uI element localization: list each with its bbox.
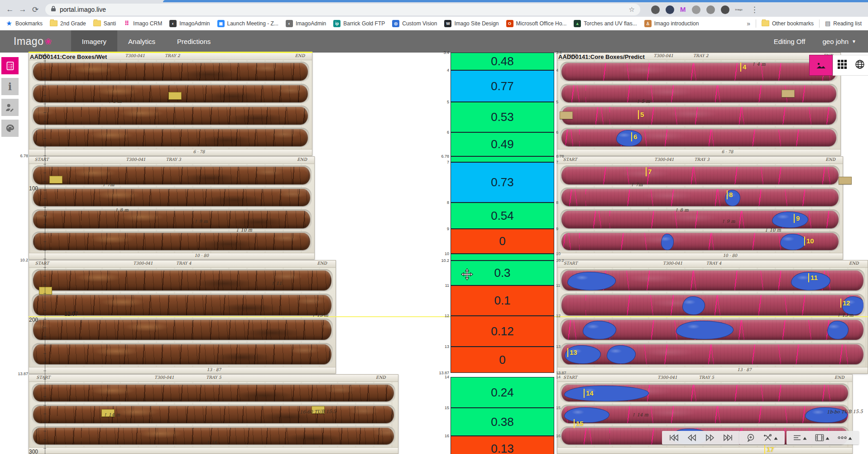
bookmark-star-icon[interactable]: ☆	[629, 5, 635, 14]
prediction-value-cell[interactable]: 0.48	[451, 53, 554, 70]
address-bar[interactable]: portal.imago.live ☆	[45, 4, 640, 15]
extension-cast-icon[interactable]	[651, 5, 660, 14]
prediction-value-cell[interactable]: 0.77	[451, 70, 554, 102]
prediction-value-cell[interactable]: 0	[451, 229, 554, 254]
tray-number-label: TRAY 3	[166, 157, 181, 162]
ff-icon	[705, 434, 715, 441]
nav-tab-imagery[interactable]: Imagery	[71, 30, 117, 53]
bookmark-item[interactable]: WImago Site Design	[444, 20, 499, 27]
bookmark-item[interactable]: OMicrosoft Office Ho...	[506, 20, 567, 27]
prediction-value-cell[interactable]: 0.53	[451, 102, 554, 132]
skipend-button[interactable]	[719, 431, 737, 444]
back-button[interactable]: ←	[4, 5, 16, 14]
left-core-tray[interactable]: STARTT300-041TRAY 3END10 · 80	[29, 156, 315, 260]
user-menu[interactable]: geo john ▼	[823, 38, 856, 45]
other-bookmarks-button[interactable]: Other bookmarks	[762, 20, 814, 27]
bookmark-label: Imago CRM	[133, 20, 162, 27]
rew-button[interactable]	[683, 431, 701, 444]
left-core-tray[interactable]: STARTT300-041TRAY 2END6 · 78	[29, 53, 312, 156]
imago-logo[interactable]: Imago ❀	[14, 35, 52, 48]
extension-lock-icon[interactable]	[666, 5, 674, 14]
extension-balloon-icon[interactable]	[692, 5, 700, 14]
prediction-value-cell[interactable]: 0.1	[451, 285, 554, 316]
prediction-overlay-patch	[780, 234, 806, 250]
column-depth-label-right: 10.2	[556, 258, 564, 263]
tray-depth-note: 10 · 80	[194, 253, 209, 258]
image-view-button[interactable]	[809, 55, 833, 76]
bookmark-label: Bookmarks	[15, 20, 43, 27]
tray-number-label: TRAY 2	[693, 53, 708, 58]
bookmark-item[interactable]: ◐ImagoAdmin	[286, 20, 326, 27]
skipstart-button[interactable]	[665, 431, 683, 444]
nav-tab-analytics[interactable]: Analytics	[117, 30, 166, 53]
tray-channel	[32, 319, 333, 341]
bookmark-item[interactable]: Santi	[93, 20, 116, 27]
prediction-value-cell[interactable]: 0.54	[451, 203, 554, 229]
extension-m-icon[interactable]: M	[680, 5, 686, 14]
film-button[interactable]	[811, 431, 834, 444]
bookmark-item[interactable]: ♙Imago introduction	[644, 20, 699, 27]
more-button[interactable]	[834, 431, 856, 444]
lines-button[interactable]	[789, 431, 811, 444]
bookmark-item[interactable]: ★Bookmarks	[5, 20, 43, 27]
tools-button[interactable]	[759, 431, 782, 444]
column-depth-label-right: 15	[556, 406, 561, 410]
move-cursor	[461, 268, 473, 282]
sidebar-item-log-list[interactable]	[1, 57, 19, 74]
interval-number-label: 6	[631, 132, 637, 141]
tray-end-label: END	[376, 375, 386, 380]
nav-tab-predictions[interactable]: Predictions	[166, 30, 221, 53]
editing-status[interactable]: Editing Off	[774, 38, 806, 45]
map-view-button[interactable]	[855, 59, 865, 71]
comment-button[interactable]	[742, 431, 759, 444]
column-depth-label: 8	[430, 200, 449, 205]
palette-icon	[5, 123, 15, 133]
extension-puzzle-icon[interactable]	[721, 5, 729, 14]
prediction-value-cell[interactable]	[451, 156, 554, 162]
tray-start-label: START	[35, 157, 49, 162]
sidebar-item-info[interactable]: i	[1, 78, 19, 95]
ff-button[interactable]	[701, 431, 719, 444]
tray-rail-bottom: 10 · 80	[557, 253, 843, 259]
bookmark-item[interactable]: ⠿Imago CRM	[123, 20, 162, 27]
forward-button[interactable]: →	[16, 5, 29, 14]
prediction-value-cell[interactable]: 0.38	[451, 408, 554, 436]
tray-channel	[560, 106, 838, 126]
right-core-tray[interactable]: STARTT300-041TRAY 3END10 · 80	[557, 156, 843, 260]
core-photo-row	[33, 167, 310, 184]
bookmark-item[interactable]: ▲Torches and UV flas...	[574, 20, 637, 27]
grid-view-button[interactable]	[837, 59, 847, 71]
sidebar-item-annotate-user[interactable]	[1, 99, 19, 116]
bookmark-item[interactable]: ◎Custom Vision	[392, 20, 437, 27]
tray-channel	[560, 84, 838, 104]
prediction-value-cell[interactable]	[451, 254, 554, 261]
browser-menu-icon[interactable]: ⋮	[751, 5, 758, 14]
prediction-value-cell[interactable]: 0.49	[451, 132, 554, 156]
extension-camera-icon[interactable]	[706, 5, 715, 14]
prediction-value-cell[interactable]: 0.13	[451, 436, 554, 454]
right-core-tray[interactable]: STARTT300-041TRAY 2END6 · 78	[557, 53, 841, 156]
prediction-overlay-patch	[564, 407, 609, 423]
bookmark-item[interactable]: ipBarrick Gold FTP	[333, 20, 385, 27]
column-depth-label-right: 7	[556, 160, 558, 164]
bookmark-favicon: W	[444, 20, 451, 27]
reload-button[interactable]: ⟳	[29, 5, 42, 14]
bookmark-item[interactable]: ◐ImagoAdmin	[169, 20, 210, 27]
sidebar-item-palette[interactable]	[1, 120, 19, 137]
profile-avatar[interactable]: imago	[735, 8, 743, 11]
core-annotation: ↑ 8 m	[115, 208, 129, 213]
prediction-value-cell[interactable]: 0.73	[451, 162, 554, 203]
bookmarks-overflow-chevron[interactable]: »	[747, 20, 750, 27]
core-annotation: ↑ 13 m	[312, 313, 328, 318]
tray-rail: STARTT300-041TRAY 5END	[557, 375, 852, 382]
prediction-value-cell[interactable]: 0	[451, 347, 554, 373]
bookmark-item[interactable]: 2nd Grade	[50, 20, 86, 27]
predicted-core-row	[561, 107, 836, 125]
depth-label: 13.87	[11, 372, 28, 376]
bookmark-item[interactable]: ▣Launch Meeting - Z...	[217, 20, 278, 27]
column-depth-label-right: 6	[556, 130, 558, 135]
core-photo-row	[33, 211, 310, 228]
prediction-value-cell[interactable]: 0.24	[451, 377, 554, 408]
prediction-value-cell[interactable]: 0.12	[451, 316, 554, 347]
reading-list-button[interactable]: ▤ Reading list	[825, 20, 862, 27]
